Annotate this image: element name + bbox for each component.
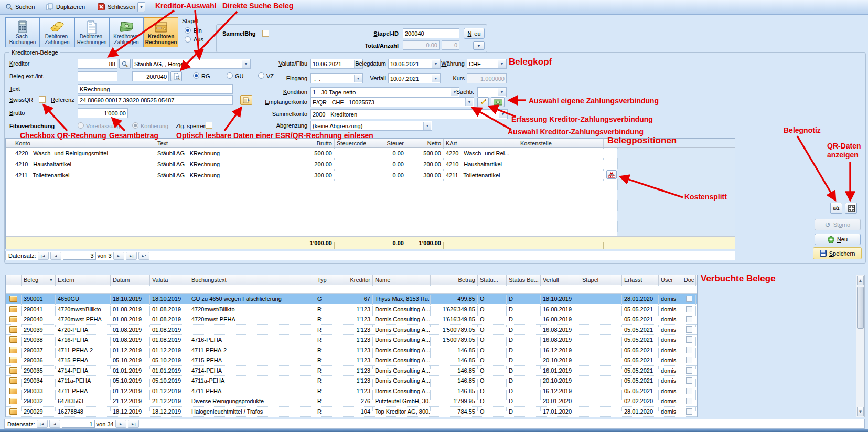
position-row[interactable]: 4210 - Haushaltartikel Stäubli AG - KRec…	[6, 159, 617, 170]
empfaengerkonto-combobox[interactable]: E/QR - CHF - 10025573▼	[310, 97, 474, 107]
col-header-beleg[interactable]: Beleg▼	[22, 275, 56, 285]
waehrung-combobox[interactable]: CHF▼	[467, 59, 507, 69]
posted-document-row[interactable]: 290034 4711a-PEHA 05.10.2019 05.10.2019 …	[6, 376, 697, 386]
col-header-verfall[interactable]: Verfall	[541, 275, 580, 285]
posted-document-row[interactable]: 290035 4714-PEHA 01.01.2019 01.01.2019 4…	[6, 366, 697, 376]
neu-button[interactable]: Neu	[815, 234, 861, 245]
doc-checkbox[interactable]	[686, 296, 692, 302]
kreditor-name-combobox[interactable]: Stäubli AG, , Horgen ▼	[132, 59, 251, 69]
record-number-input[interactable]: 1	[62, 420, 95, 428]
sachb-combobox[interactable]: ▼	[477, 87, 507, 97]
doc-checkbox[interactable]	[686, 367, 692, 374]
col-header-status-bu[interactable]: Status Bu...	[507, 275, 541, 285]
col-header-name[interactable]: Name	[373, 275, 431, 285]
sammelkonto-combobox[interactable]: 2000 - Kreditoren▼	[310, 109, 508, 119]
stapel-id-input[interactable]: 200040	[403, 28, 459, 38]
col-header-datum[interactable]: Datum	[111, 275, 150, 285]
tab-kreditoren-zahlungen[interactable]: Kreditoren- Zahlungen	[109, 17, 144, 47]
col-header-text[interactable]: Text	[155, 139, 307, 147]
speichern-button[interactable]: Speichern	[813, 247, 862, 259]
storno-button[interactable]: ↺ Storno	[815, 219, 861, 230]
kondition-combobox[interactable]: 1 - 30 Tage netto▼	[310, 87, 459, 97]
col-header-stapel[interactable]: Stapel	[580, 275, 622, 285]
chevron-down-icon[interactable]: ▼	[242, 60, 250, 68]
rg-radio[interactable]	[193, 72, 199, 79]
position-row[interactable]: 4211 - Toilettenartikel Stäubli AG - KRe…	[6, 170, 617, 181]
edit-payment-connection-button[interactable]	[477, 97, 489, 107]
last-record-button[interactable]: ►|	[128, 420, 139, 428]
chevron-down-icon[interactable]: ▼	[423, 122, 431, 130]
tab-sach-buchungen[interactable]: Sach- Buchungen	[5, 17, 40, 47]
beleg-intern-input[interactable]: 200'040	[132, 71, 169, 81]
new-record-button[interactable]: ►*	[138, 252, 149, 260]
col-header-kostenstelle[interactable]: Kostenstelle	[518, 139, 604, 147]
abgrenzung-combobox[interactable]: (keine Abgrenzung)▼	[310, 121, 432, 131]
doc-checkbox[interactable]	[686, 306, 692, 312]
esr-scan-button[interactable]	[240, 95, 252, 105]
scroll-down-arrow[interactable]: ▼	[857, 407, 864, 416]
stapel-neu-button[interactable]: Neu	[464, 28, 485, 39]
doc-checkbox[interactable]	[686, 377, 692, 384]
beleg-extern-input[interactable]	[78, 71, 117, 81]
select-own-payment-connection-button[interactable]	[491, 97, 505, 107]
col-header-kart[interactable]: KArt	[444, 139, 518, 147]
next-record-button[interactable]: ►	[113, 252, 124, 260]
col-header-kreditor[interactable]: Kreditor	[336, 275, 373, 285]
posted-document-row[interactable]: 290029 16278848 18.12.2019 18.12.2019 Ha…	[6, 407, 697, 417]
belegdatum-datepicker[interactable]: 10.06.2021▼	[388, 59, 441, 69]
referenz-input[interactable]: 24 88690 00017 39320 08525 05487	[78, 95, 233, 105]
posted-document-row[interactable]: 290040 4720mwst-PEHA 01.08.2019 01.08.20…	[6, 314, 697, 325]
text-input[interactable]: KRechnung	[78, 84, 233, 94]
col-header-konto[interactable]: Konto	[13, 139, 155, 147]
zlg-sperren-checkbox[interactable]	[206, 122, 212, 129]
record-number-input[interactable]: 3	[63, 252, 96, 260]
scrollbar-thumb[interactable]	[857, 287, 864, 329]
tab-kreditoren-rechnungen-active[interactable]: Kreditoren Rechnungen	[144, 17, 178, 47]
kontierung-radio[interactable]	[132, 122, 138, 129]
col-header-doc[interactable]: Doc	[682, 275, 696, 285]
chevron-down-icon[interactable]: ▼	[498, 88, 506, 96]
posted-document-row[interactable]: 290033 4711-PEHA 01.12.2019 01.12.2019 4…	[6, 386, 697, 397]
prev-record-button[interactable]: ◄	[50, 252, 61, 260]
toolbar-overflow-button[interactable]: ▼	[137, 2, 145, 12]
tab-debitoren-rechnungen[interactable]: Debitoren- Rechnungen	[74, 17, 109, 47]
col-header-brutto[interactable]: Brutto	[307, 139, 335, 147]
kostensplitt-button[interactable]	[606, 170, 617, 179]
chevron-down-icon[interactable]: ▼	[498, 60, 506, 68]
stapel-aus-radio[interactable]	[185, 36, 191, 43]
tab-debitoren-zahlungen[interactable]: Debitoren- Zahlungen	[40, 17, 74, 47]
swissqr-checkbox[interactable]	[39, 96, 46, 103]
col-header-status[interactable]: Statu...	[478, 275, 507, 285]
vorerfassung-radio[interactable]	[78, 122, 84, 129]
chevron-down-icon[interactable]: ▼	[465, 98, 473, 106]
verfall-datepicker[interactable]: 10.07.2021▼	[388, 73, 441, 83]
col-header-user[interactable]: User	[659, 275, 682, 285]
last-record-button[interactable]: ►|	[126, 252, 137, 260]
posted-document-row[interactable]: 390001 4650GU 18.10.2019 18.10.2019 GU z…	[6, 294, 697, 304]
doc-checkbox[interactable]	[686, 408, 692, 415]
scroll-up-arrow[interactable]: ▲	[857, 276, 864, 285]
col-header-betrag[interactable]: Betrag	[431, 275, 478, 285]
first-record-button[interactable]: |◄	[37, 420, 48, 428]
col-header-buchungstext[interactable]: Buchungstext	[189, 275, 315, 285]
stapel-ein-radio[interactable]	[185, 27, 191, 34]
chevron-down-icon[interactable]: ▼	[499, 110, 507, 118]
col-header-steuercode[interactable]: Steuercode	[335, 139, 366, 147]
col-header-typ[interactable]: Typ	[315, 275, 336, 285]
doc-checkbox[interactable]	[686, 347, 692, 353]
posted-grid-scrollbar[interactable]: ▲ ▼	[856, 275, 865, 417]
col-header-netto[interactable]: Netto	[406, 139, 444, 147]
beleg-direct-search-button[interactable]	[170, 71, 182, 81]
next-record-button[interactable]: ►	[115, 420, 126, 428]
doc-checkbox[interactable]	[686, 388, 692, 394]
col-header-valuta[interactable]: Valuta	[150, 275, 189, 285]
posted-filter-row[interactable]	[6, 285, 697, 294]
doc-checkbox[interactable]	[686, 357, 692, 363]
posted-document-row[interactable]: 290036 4715-PEHA 05.10.2019 05.10.2019 4…	[6, 355, 697, 366]
posted-document-row[interactable]: 290038 4716-PEHA 01.08.2019 01.08.2019 4…	[6, 335, 697, 345]
posted-document-row[interactable]: 290032 64783563 21.12.2019 21.12.2019 Di…	[6, 396, 697, 407]
duplicate-button[interactable]: Duplizieren	[42, 1, 89, 13]
position-row[interactable]: 4220 - Wasch- und Reinigungsmittel Stäub…	[6, 148, 617, 159]
brutto-input[interactable]: 1'000.00	[78, 108, 128, 118]
posted-document-row[interactable]: 290039 4720-PEHA 01.08.2019 01.08.2019 R…	[6, 325, 697, 335]
